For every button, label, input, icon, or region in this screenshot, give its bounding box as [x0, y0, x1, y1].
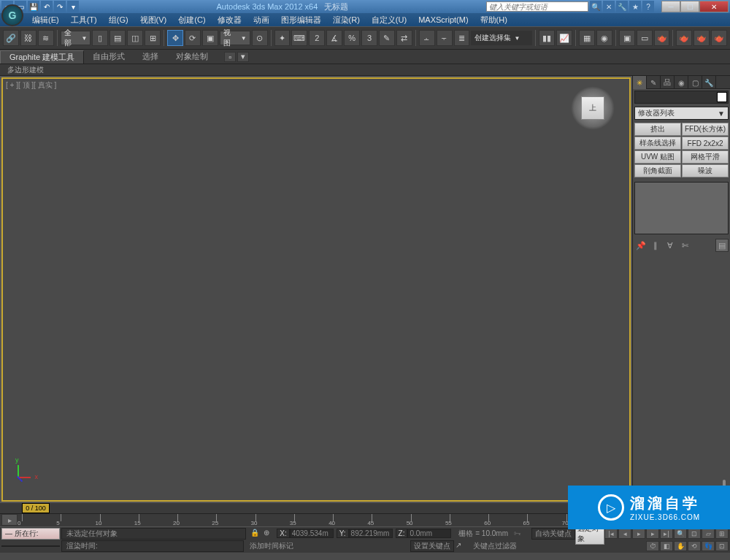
modifier-button[interactable]: 噪波	[682, 164, 729, 177]
orbit-icon[interactable]: ⟲	[688, 541, 701, 551]
modifier-button[interactable]: 剖角截面	[634, 164, 681, 177]
modifier-button[interactable]: FFD(长方体)	[682, 123, 729, 136]
layers-icon[interactable]: ≣	[454, 30, 470, 46]
modifier-button[interactable]: 样条线选择	[634, 137, 681, 150]
menu-views[interactable]: 视图(V)	[134, 13, 173, 26]
cmd-tab-display-icon[interactable]: ▢	[688, 76, 702, 89]
remove-modifier-icon[interactable]: ✄	[678, 239, 691, 252]
angle-snap-icon[interactable]: ∡	[326, 30, 342, 46]
select-by-name-icon[interactable]: ▤	[110, 30, 126, 46]
help-search-input[interactable]	[486, 1, 588, 12]
zoom-all-icon[interactable]: ⊡	[688, 529, 701, 539]
bind-space-warp-icon[interactable]: ≋	[38, 30, 54, 46]
add-time-tag-button[interactable]: 添加时间标记	[250, 541, 293, 551]
modifier-button[interactable]: 网格平滑	[682, 150, 729, 164]
curve-editor-icon[interactable]: 📈	[556, 30, 572, 46]
percent-snap-icon[interactable]: %	[344, 30, 360, 46]
walk-icon[interactable]: 👣	[702, 541, 715, 551]
viewcube-face-top[interactable]: 上	[581, 96, 604, 120]
lock-selection-icon[interactable]: 🔒	[250, 529, 261, 539]
configure-modifier-sets-icon[interactable]: ▤	[715, 239, 729, 252]
menu-graph-editors[interactable]: 图形编辑器	[275, 13, 327, 26]
set-key-button[interactable]: 设置关键点	[410, 540, 454, 552]
key-mode-icon[interactable]: ↗	[456, 541, 466, 551]
cmd-tab-motion-icon[interactable]: ◉	[675, 76, 688, 89]
render-production-icon[interactable]: 🫖	[654, 30, 670, 46]
spinner-snap-icon[interactable]: 3	[361, 30, 377, 46]
ribbon-minimize-icon[interactable]: ▫	[224, 52, 236, 62]
ribbon-tab-freeform[interactable]: 自由形式	[84, 50, 134, 64]
keyboard-shortcut-icon[interactable]: ⌨	[291, 30, 307, 46]
snap-2d-icon[interactable]: 2	[309, 30, 325, 46]
viewcube[interactable]: 上	[571, 86, 615, 130]
menu-animation[interactable]: 动画	[247, 13, 275, 26]
commcenter-icon[interactable]: ✕	[603, 1, 615, 12]
menu-rendering[interactable]: 渲染(R)	[327, 13, 366, 26]
modifier-stack[interactable]	[634, 182, 729, 234]
search-icon[interactable]: 🔍	[590, 1, 602, 12]
modifier-button[interactable]: 挤出	[634, 123, 681, 136]
align-icon[interactable]: ⫠	[419, 30, 435, 46]
ref-coord-dropdown[interactable]: 视图▼	[220, 31, 250, 45]
unlink-icon[interactable]: ⛓	[20, 30, 36, 46]
make-unique-icon[interactable]: ∀	[664, 239, 677, 252]
cmd-tab-hierarchy-icon[interactable]: 品	[661, 76, 675, 89]
link-icon[interactable]: 🔗	[3, 30, 19, 46]
application-menu-button[interactable]: G	[1, 4, 23, 26]
select-object-icon[interactable]: ▯	[92, 30, 108, 46]
select-rotate-icon[interactable]: ⟳	[185, 30, 201, 46]
menu-maxscript[interactable]: MAXScript(M)	[412, 13, 474, 26]
menu-edit[interactable]: 编辑(E)	[26, 13, 65, 26]
fov-icon[interactable]: ▱	[702, 529, 715, 539]
help-icon[interactable]: ?	[642, 1, 654, 12]
viewport-label[interactable]: [ + ][ 顶 ][ 真实 ]	[6, 80, 56, 91]
render-iterative-icon[interactable]: 🫖	[676, 30, 692, 46]
menu-create[interactable]: 创建(C)	[172, 13, 211, 26]
object-name-field[interactable]	[634, 91, 729, 104]
named-selection-dropdown[interactable]: 创建选择集▼	[471, 31, 532, 45]
qat-save-icon[interactable]: 💾	[28, 1, 39, 12]
quick-align-icon[interactable]: ⫟	[437, 30, 453, 46]
edit-named-sel-icon[interactable]: ✎	[379, 30, 395, 46]
select-region-icon[interactable]: ◫	[127, 30, 143, 46]
qat-redo-icon[interactable]: ↷	[54, 1, 66, 12]
ribbon-tab-graphite[interactable]: Graphite 建模工具	[0, 50, 84, 64]
time-slider[interactable]: 0 / 100	[22, 503, 50, 513]
goto-end-icon[interactable]: ▸|	[660, 529, 673, 539]
viewport-top[interactable]: [ + ][ 顶 ][ 真实 ] 上	[1, 77, 631, 502]
time-config-icon[interactable]: ⏱	[646, 541, 659, 551]
select-scale-icon[interactable]: ▣	[202, 30, 218, 46]
qat-undo-icon[interactable]: ↶	[41, 1, 53, 12]
pan-icon[interactable]: ✋	[674, 541, 687, 551]
object-color-swatch[interactable]	[717, 92, 727, 102]
prev-frame-icon[interactable]: ◂	[618, 529, 631, 539]
use-center-icon[interactable]: ⊙	[252, 30, 268, 46]
cmd-tab-create-icon[interactable]: ✳	[633, 76, 647, 89]
cmd-tab-utilities-icon[interactable]: 🔧	[702, 76, 716, 89]
maximize-button[interactable]: ☐	[680, 1, 699, 12]
trackbar-open-icon[interactable]: ▸	[1, 514, 18, 526]
coord-x-field[interactable]: 4039.534m	[290, 529, 334, 538]
absolute-mode-icon[interactable]: ⊕	[264, 529, 274, 539]
minimize-button[interactable]: ─	[661, 1, 680, 12]
cmd-tab-modify-icon[interactable]: ✎	[647, 76, 661, 89]
coord-y-field[interactable]: 892.219mm	[349, 529, 393, 538]
isolate-icon[interactable]: ◧	[660, 541, 673, 551]
pin-stack-icon[interactable]: 📌	[634, 239, 648, 252]
ribbon-tab-selection[interactable]: 选择	[134, 50, 167, 64]
menu-tools[interactable]: 工具(T)	[65, 13, 103, 26]
subscription-icon[interactable]: 🔧	[616, 1, 628, 12]
key-filters-button[interactable]: 关键点过滤器	[473, 541, 517, 551]
schematic-view-icon[interactable]: ▦	[579, 30, 595, 46]
menu-modifiers[interactable]: 修改器	[212, 13, 247, 26]
mirror-icon[interactable]: ⇄	[396, 30, 412, 46]
maxscript-listener[interactable]	[1, 545, 60, 547]
ribbon-tab-object-paint[interactable]: 对象绘制	[167, 50, 217, 64]
qat-dropdown-icon[interactable]: ▾	[67, 1, 79, 12]
ribbon-expand-icon[interactable]: ▾	[237, 52, 249, 62]
rendered-frame-icon[interactable]: ▭	[637, 30, 653, 46]
render-last-icon[interactable]: 🫖	[711, 30, 727, 46]
render-preset-icon[interactable]: 🫖	[694, 30, 710, 46]
modifier-list-dropdown[interactable]: 修改器列表▼	[634, 107, 729, 120]
play-icon[interactable]: ▸	[632, 529, 645, 539]
